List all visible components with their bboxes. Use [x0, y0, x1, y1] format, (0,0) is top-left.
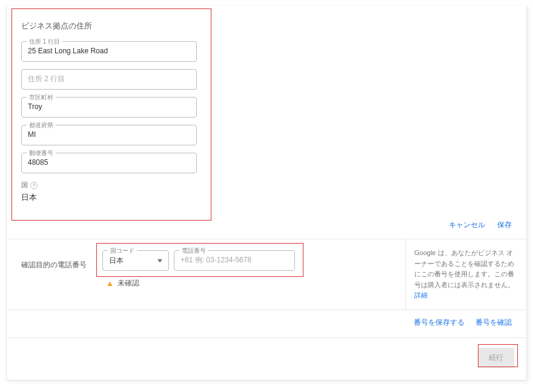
address-section-title: ビジネス拠点の住所: [21, 21, 512, 32]
details-link[interactable]: 詳細: [414, 290, 428, 301]
state-input[interactable]: [28, 130, 190, 139]
phone-help-text: Google は、あなたがビジネス オーナーであることを確認するためにこの番号を…: [414, 249, 514, 288]
state-field[interactable]: 都道府県: [21, 125, 197, 145]
state-label: 都道府県: [27, 121, 56, 130]
address-line1-field[interactable]: 住所 1 行目: [21, 41, 197, 62]
continue-button[interactable]: 続行: [478, 348, 514, 368]
address-line1-label: 住所 1 行目: [27, 38, 62, 46]
city-input[interactable]: [28, 102, 190, 111]
country-value: 日本: [21, 192, 197, 203]
phone-section-label: 確認目的の電話番号: [21, 261, 87, 269]
country-code-value: 日本: [109, 256, 124, 265]
country-code-label: 国コード: [108, 247, 137, 255]
verify-number-button[interactable]: 番号を確認: [475, 317, 512, 328]
postal-field[interactable]: 郵便番号: [21, 153, 197, 173]
phone-number-input[interactable]: [180, 256, 288, 264]
phone-number-label: 電話番号: [179, 247, 208, 255]
postal-input[interactable]: [28, 158, 190, 167]
address-line1-input[interactable]: [28, 47, 190, 55]
help-icon[interactable]: ?: [30, 182, 38, 189]
unverified-label: 未確認: [118, 278, 139, 288]
city-field[interactable]: 市区町村: [21, 97, 197, 118]
save-number-button[interactable]: 番号を保存する: [414, 317, 465, 328]
address-line2-input[interactable]: [28, 75, 190, 83]
city-label: 市区町村: [27, 93, 56, 102]
postal-label: 郵便番号: [27, 149, 56, 158]
address-line2-field[interactable]: [21, 69, 197, 90]
country-code-select[interactable]: 国コード 日本: [102, 250, 169, 271]
phone-number-field[interactable]: 電話番号: [174, 250, 295, 271]
cancel-button[interactable]: キャンセル: [449, 220, 485, 230]
warning-icon: ▲: [106, 279, 114, 288]
chevron-down-icon: [157, 259, 162, 262]
country-label: 国: [21, 181, 28, 190]
save-button[interactable]: 保存: [497, 220, 512, 230]
